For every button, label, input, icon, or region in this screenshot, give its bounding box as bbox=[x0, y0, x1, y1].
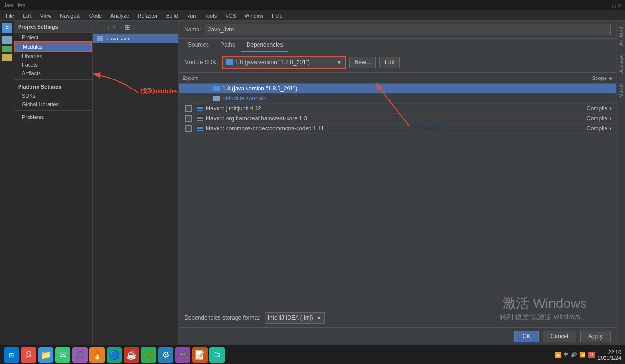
menu-item-code[interactable]: Code bbox=[86, 12, 106, 20]
taskbar-app-12[interactable]: 🗂 bbox=[209, 347, 225, 363]
deps-row-sdk[interactable]: 1.8 (java version "1.8.0_201") bbox=[179, 84, 616, 94]
sdk-label: Module SDK: bbox=[184, 59, 218, 66]
sdk-dropdown-arrow: ▼ bbox=[337, 60, 342, 65]
storage-value: IntelliJ IDEA (.iml) bbox=[268, 315, 313, 321]
menu-item-help[interactable]: Help bbox=[268, 12, 287, 20]
taskbar-app-8[interactable]: 🌿 bbox=[141, 347, 156, 363]
storage-dropdown[interactable]: IntelliJ IDEA (.iml) ▼ bbox=[265, 312, 325, 324]
sdk-new-button[interactable]: New... bbox=[349, 57, 376, 68]
deps-junit-checkbox[interactable] bbox=[185, 105, 192, 112]
right-tab-ant[interactable]: Ant Build bbox=[617, 25, 625, 48]
remove-module-button[interactable]: − bbox=[118, 23, 122, 31]
menu-item-run[interactable]: Run bbox=[182, 12, 199, 20]
platform-settings-header: Platform Settings bbox=[14, 82, 92, 91]
sdk-row: Module SDK: 1.8 (java version "1.8.0_201… bbox=[179, 52, 616, 73]
right-tab-database[interactable]: Database bbox=[617, 52, 625, 77]
menu-item-view[interactable]: View bbox=[37, 12, 56, 20]
storage-arrow: ▼ bbox=[317, 315, 321, 321]
sidebar-item-facets[interactable]: Facets bbox=[14, 60, 92, 69]
name-bar: Name: bbox=[179, 21, 616, 39]
maven-icon-junit bbox=[197, 106, 203, 111]
taskbar-app-11[interactable]: 📝 bbox=[192, 347, 208, 363]
deps-hamcrest-scope[interactable]: Compile ▼ bbox=[565, 115, 613, 122]
sidebar-item-project[interactable]: Project bbox=[14, 33, 92, 41]
module-tree-item-java-jvm[interactable]: Java_Jvm bbox=[93, 34, 178, 43]
back-button[interactable]: ← bbox=[96, 24, 102, 31]
name-input[interactable] bbox=[205, 24, 611, 35]
hamcrest-scope-arrow: ▼ bbox=[608, 116, 613, 121]
start-button[interactable]: ⊞ bbox=[4, 347, 19, 363]
taskbar-clock: 22:10 2020/1/24 bbox=[598, 349, 621, 361]
tab-sources[interactable]: Sources bbox=[182, 39, 215, 52]
taskbar-app-9[interactable]: ⚙ bbox=[158, 347, 173, 363]
add-module-button[interactable]: + bbox=[112, 23, 116, 31]
sdk-row-folder-icon bbox=[213, 86, 220, 91]
tab-dependencies[interactable]: Dependencies bbox=[241, 39, 289, 52]
forward-button[interactable]: → bbox=[104, 24, 110, 31]
tab-paths[interactable]: Paths bbox=[215, 39, 241, 52]
sidebar-src-icon[interactable] bbox=[2, 46, 12, 52]
module-tree-toolbar: ← → + − ⊞ bbox=[93, 21, 178, 34]
sidebar-folder-icon[interactable] bbox=[2, 36, 12, 44]
deps-row-module-source[interactable]: <Module source> bbox=[179, 94, 616, 104]
ok-button[interactable]: OK bbox=[514, 331, 538, 342]
sidebar-folder2-icon[interactable] bbox=[2, 54, 12, 61]
deps-hamcrest-checkbox[interactable] bbox=[185, 115, 192, 122]
module-source-folder-icon bbox=[213, 96, 220, 101]
menu-item-analyze[interactable]: Analyze bbox=[107, 12, 133, 20]
menu-item-edit[interactable]: Edit bbox=[19, 12, 36, 20]
taskbar-app-6[interactable]: 🔵 bbox=[107, 347, 122, 363]
taskbar-app-3[interactable]: ✉ bbox=[55, 347, 70, 363]
sidebar-project-icon[interactable]: P bbox=[2, 23, 12, 33]
apply-button[interactable]: Apply bbox=[580, 331, 611, 342]
deps-row-hamcrest[interactable]: Maven: org.hamcrest:hamcrest-core:1.3 Co… bbox=[179, 114, 616, 124]
menu-item-tools[interactable]: Tools bbox=[200, 12, 220, 20]
menu-item-refactor[interactable]: Refactor bbox=[134, 12, 161, 20]
taskbar-right: 🔼 中 🔊 📶 S 22:10 2020/1/24 bbox=[555, 349, 621, 361]
right-tab-maven[interactable]: Maven bbox=[617, 81, 625, 99]
sidebar-item-libraries[interactable]: Libraries bbox=[14, 52, 92, 60]
codec-scope-arrow: ▼ bbox=[608, 126, 613, 131]
module-sdk-dropdown[interactable]: 1.8 (java version "1.8.0_201") ▼ bbox=[222, 56, 346, 69]
deps-add-button[interactable]: + bbox=[609, 74, 613, 82]
taskbar: ⊞ S 📁 ✉ 🎵 🔥 🔵 ☕ 🌿 ⚙ 🎮 📝 🗂 🔼 中 🔊 📶 S bbox=[0, 345, 625, 364]
menu-item-window[interactable]: Window bbox=[241, 12, 267, 20]
taskbar-date: 2020/1/24 bbox=[598, 355, 621, 361]
maven-icon-hamcrest bbox=[197, 116, 203, 121]
sdk-value: 1.8 (java version "1.8.0_201") bbox=[235, 59, 310, 66]
ide-window-title: Java_Jvm bbox=[4, 3, 25, 8]
deps-row-commons-codec[interactable]: Maven: commons-codec:commons-codec:1.11 … bbox=[179, 124, 616, 134]
sogou-icon: S bbox=[588, 352, 595, 358]
copy-module-button[interactable]: ⊞ bbox=[125, 23, 130, 31]
deps-module-source-name: <Module source> bbox=[222, 95, 267, 102]
deps-junit-name: Maven: junit:junit:4.12 bbox=[206, 105, 261, 112]
deps-junit-scope[interactable]: Compile ▼ bbox=[565, 105, 613, 112]
maven-icon-codec bbox=[197, 126, 203, 131]
sidebar-item-sdks[interactable]: SDKs bbox=[14, 91, 92, 100]
cancel-button[interactable]: Cancel bbox=[543, 331, 576, 342]
taskbar-app-5[interactable]: 🔥 bbox=[89, 347, 105, 363]
sidebar-item-problems[interactable]: Problems bbox=[14, 113, 92, 121]
taskbar-app-1[interactable]: S bbox=[21, 347, 36, 363]
menu-item-vcs[interactable]: VCS bbox=[221, 12, 240, 20]
deps-codec-scope[interactable]: Compile ▼ bbox=[565, 125, 613, 132]
deps-codec-checkbox[interactable] bbox=[185, 125, 192, 132]
deps-hamcrest-name: Maven: org.hamcrest:hamcrest-core:1.3 bbox=[206, 115, 307, 122]
deps-storage-row: Dependencies storage format: IntelliJ ID… bbox=[179, 308, 616, 327]
menu-item-build[interactable]: Build bbox=[162, 12, 181, 20]
taskbar-app-7[interactable]: ☕ bbox=[124, 347, 139, 363]
taskbar-app-4[interactable]: 🎵 bbox=[72, 347, 88, 363]
taskbar-app-2[interactable]: 📁 bbox=[38, 347, 53, 363]
junit-scope-arrow: ▼ bbox=[608, 106, 613, 111]
sidebar-item-global-libraries[interactable]: Global Libraries bbox=[14, 100, 92, 108]
menu-item-file[interactable]: File bbox=[2, 12, 18, 20]
taskbar-app-10[interactable]: 🎮 bbox=[175, 347, 190, 363]
deps-row-junit[interactable]: Maven: junit:junit:4.12 Compile ▼ bbox=[179, 104, 616, 114]
menu-item-navigate[interactable]: Navigate bbox=[56, 12, 84, 20]
taskbar-apps: ⊞ S 📁 ✉ 🎵 🔥 🔵 ☕ 🌿 ⚙ 🎮 📝 🗂 bbox=[4, 347, 225, 363]
project-settings-header: Project Settings bbox=[14, 21, 92, 33]
sdk-edit-button[interactable]: Edit bbox=[379, 57, 400, 68]
col-scope-header: Scope bbox=[559, 75, 607, 81]
sidebar-item-modules[interactable]: Modules bbox=[14, 41, 92, 52]
sidebar-item-artifacts[interactable]: Artifacts bbox=[14, 69, 92, 78]
